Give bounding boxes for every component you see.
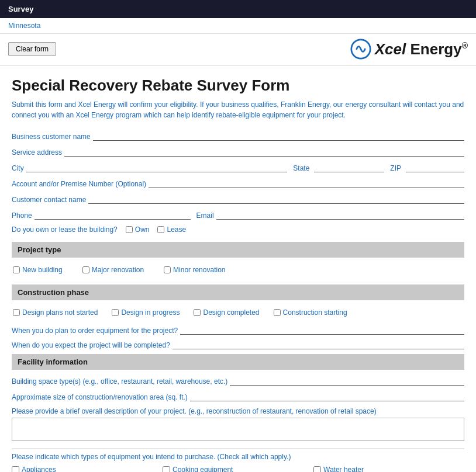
equipment-row: Appliances Cooking equipment Water heate… (12, 466, 464, 472)
energy-text: Energy (411, 40, 462, 58)
customer-contact-label: Customer contact name (12, 196, 86, 204)
minor-renovation-checkbox[interactable] (164, 266, 171, 273)
major-renovation-checkbox[interactable] (82, 266, 89, 273)
divider (12, 449, 464, 449)
phone-group: Phone (12, 210, 191, 220)
description-textarea[interactable] (12, 418, 464, 441)
account-premise-input[interactable] (149, 178, 464, 188)
state-input[interactable] (314, 162, 384, 172)
lease-label: Lease (167, 225, 186, 234)
city-label: City (12, 164, 24, 172)
account-premise-row: Account and/or Premise Number (Optional) (12, 178, 464, 188)
design-in-progress-checkbox[interactable] (112, 309, 119, 316)
own-lease-row: Do you own or lease the building? Own Le… (12, 225, 464, 234)
logo: Xcel Energy® (350, 39, 468, 60)
service-address-label: Service address (12, 148, 62, 157)
xcel-text: Xcel (375, 40, 406, 58)
building-type-label: Building space type(s) (e.g., office, re… (12, 377, 227, 386)
survey-label: Survey (8, 5, 33, 13)
email-label: Email (196, 211, 214, 220)
design-completed-label: Design completed (203, 308, 259, 317)
when-order-row: When you do plan to order equipment for … (12, 325, 464, 335)
form-title: Special Recovery Rebate Survey Form (12, 77, 464, 95)
city-group: City (12, 162, 287, 172)
appliances-checkbox[interactable] (12, 466, 19, 473)
logo-text: Xcel Energy® (375, 40, 468, 58)
business-customer-name-input[interactable] (93, 131, 464, 141)
when-order-input[interactable] (180, 325, 464, 335)
email-group: Email (196, 210, 464, 220)
customer-contact-row: Customer contact name (12, 194, 464, 204)
design-not-started-label: Design plans not started (22, 308, 98, 317)
construction-phase-options: Design plans not started Design in progr… (12, 306, 464, 319)
design-in-progress-group: Design in progress (112, 308, 182, 317)
cooking-equipment-label: Cooking equipment (173, 466, 233, 472)
new-building-checkbox[interactable] (13, 266, 20, 273)
major-renovation-label: Major renovation (92, 266, 144, 274)
new-building-label: New building (22, 266, 63, 274)
toolbar: Clear form Xcel Energy® (0, 34, 476, 66)
design-completed-group: Design completed (194, 308, 261, 317)
project-type-options: New building Major renovation Minor reno… (12, 263, 464, 276)
lease-checkbox-group: Lease (157, 225, 188, 234)
main-content: Special Recovery Rebate Survey Form Subm… (0, 66, 476, 472)
zip-label: ZIP (390, 164, 401, 172)
approx-size-input[interactable] (190, 391, 464, 401)
zip-group: ZIP (390, 162, 464, 172)
service-address-input[interactable] (64, 147, 464, 157)
minor-renovation-group: Minor renovation (164, 266, 227, 274)
cooking-equipment-checkbox[interactable] (163, 466, 170, 473)
registered-mark: ® (462, 41, 468, 50)
state-group: State (293, 162, 384, 172)
clear-form-button[interactable]: Clear form (8, 42, 56, 56)
service-address-row: Service address (12, 147, 464, 157)
own-checkbox[interactable] (126, 226, 133, 233)
construction-starting-label: Construction starting (283, 308, 347, 317)
major-renovation-group: Major renovation (82, 266, 146, 274)
water-heater-group: Water heater (313, 466, 464, 472)
phone-email-row: Phone Email (12, 210, 464, 220)
own-checkbox-group: Own (126, 225, 152, 234)
account-premise-label: Account and/or Premise Number (Optional) (12, 180, 146, 188)
own-label: Own (135, 225, 150, 234)
water-heater-checkbox[interactable] (313, 466, 321, 473)
description-area: Please provide a brief overall descripti… (12, 407, 464, 443)
facility-info-header: Facility information (12, 354, 464, 370)
when-complete-input[interactable] (173, 339, 464, 349)
customer-contact-input[interactable] (88, 194, 464, 204)
xcel-logo-icon (350, 39, 371, 60)
building-type-input[interactable] (230, 376, 464, 386)
phone-input[interactable] (35, 210, 191, 220)
when-order-label: When you do plan to order equipment for … (12, 327, 178, 335)
phone-label: Phone (12, 211, 32, 220)
construction-phase-header: Construction phase (12, 284, 464, 300)
when-complete-label: When do you expect the project will be c… (12, 341, 170, 349)
city-state-zip-row: City State ZIP (12, 162, 464, 172)
water-heater-label: Water heater (323, 466, 364, 472)
sub-bar: Minnesota (0, 18, 476, 34)
construction-starting-group: Construction starting (274, 308, 350, 317)
zip-input[interactable] (406, 162, 464, 172)
own-lease-label: Do you own or lease the building? (12, 225, 118, 234)
state-label: State (293, 164, 309, 172)
project-type-header: Project type (12, 242, 464, 258)
email-input[interactable] (216, 210, 464, 220)
city-input[interactable] (26, 162, 288, 172)
design-not-started-group: Design plans not started (13, 308, 100, 317)
form-subtitle: Submit this form and Xcel Energy will co… (12, 99, 464, 120)
minor-renovation-label: Minor renovation (173, 266, 225, 274)
description-label: Please provide a brief overall descripti… (12, 407, 464, 415)
design-completed-checkbox[interactable] (194, 309, 201, 316)
business-customer-name-row: Business customer name (12, 131, 464, 141)
approx-size-row: Approximate size of construction/renovat… (12, 391, 464, 401)
construction-starting-checkbox[interactable] (274, 309, 281, 316)
business-customer-name-label: Business customer name (12, 133, 91, 141)
top-bar: Survey (0, 0, 476, 18)
new-building-group: New building (13, 266, 65, 274)
state-label: Minnesota (8, 22, 40, 30)
appliances-label: Appliances (22, 466, 56, 472)
approx-size-label: Approximate size of construction/renovat… (12, 393, 188, 401)
lease-checkbox[interactable] (157, 226, 164, 233)
design-not-started-checkbox[interactable] (13, 309, 20, 316)
equipment-label: Please indicate which types of equipment… (12, 453, 464, 461)
